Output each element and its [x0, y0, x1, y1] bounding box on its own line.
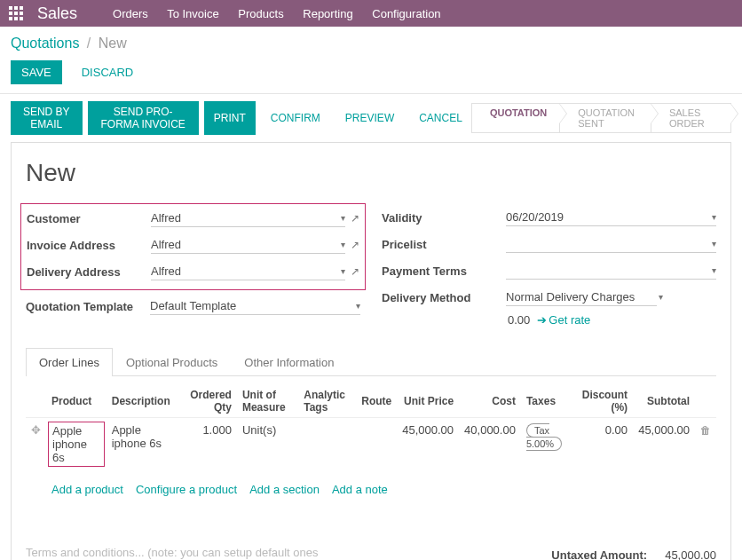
pricelist-label: Pricelist	[382, 238, 506, 251]
apps-icon[interactable]	[9, 6, 23, 20]
external-link-icon[interactable]: ↗	[351, 212, 359, 225]
cell-subtotal: 45,000.00	[633, 418, 695, 471]
terms-placeholder[interactable]: Terms and conditions... (note: you can s…	[26, 546, 328, 560]
customer-label: Customer	[27, 212, 151, 225]
delivery-addr-label: Delivery Address	[27, 265, 151, 279]
payment-terms-input[interactable]	[506, 262, 708, 279]
add-section-link[interactable]: Add a section	[249, 483, 320, 496]
cell-product[interactable]: Apple iphone 6s	[52, 424, 87, 464]
invoice-addr-input[interactable]	[151, 236, 337, 253]
untaxed-value: 45,000.00	[665, 548, 716, 560]
rate-cost: 0.00	[508, 313, 530, 327]
table-row[interactable]: ✥ Apple iphone 6s Apple iphone 6s 1.000 …	[26, 418, 716, 471]
menu-reporting[interactable]: Reporting	[303, 7, 352, 20]
invoice-addr-label: Invoice Address	[27, 239, 151, 252]
status-bar: QUOTATION QUOTATION SENT SALES ORDER	[472, 103, 731, 133]
validity-label: Validity	[382, 211, 506, 225]
send-proforma-button[interactable]: SEND PRO-FORMA INVOICE	[88, 101, 199, 135]
tab-other-information[interactable]: Other Information	[231, 348, 347, 376]
external-link-icon[interactable]: ↗	[351, 239, 359, 251]
col-cost: Cost	[459, 385, 521, 418]
breadcrumb-root[interactable]: Quotations	[11, 35, 79, 51]
col-unit-price: Unit Price	[397, 385, 459, 418]
col-discount: Discount (%)	[572, 385, 633, 418]
tax-badge[interactable]: Tax 5.00%	[526, 423, 562, 451]
send-email-button[interactable]: SEND BY EMAIL	[11, 101, 83, 135]
cell-route[interactable]	[356, 418, 397, 471]
payment-terms-label: Payment Terms	[382, 264, 506, 278]
get-rate-link[interactable]: ➔Get rate	[537, 313, 590, 327]
template-input[interactable]	[150, 297, 352, 314]
col-route: Route	[356, 385, 397, 418]
top-menu: Orders To Invoice Products Reporting Con…	[113, 7, 457, 20]
caret-down-icon[interactable]: ▾	[341, 240, 345, 249]
caret-down-icon[interactable]: ▾	[341, 266, 345, 276]
status-quotation[interactable]: QUOTATION	[471, 103, 560, 133]
cell-cost[interactable]: 40,000.00	[459, 418, 521, 471]
cancel-button[interactable]: CANCEL	[409, 101, 472, 135]
pricelist-input[interactable]	[506, 235, 708, 252]
save-button[interactable]: SAVE	[11, 60, 62, 84]
col-product: Product	[46, 385, 107, 418]
cell-qty[interactable]: 1.000	[180, 418, 237, 471]
totals: Untaxed Amount:45,000.00 Taxes:2,250.00 …	[485, 546, 716, 560]
cell-analytic[interactable]	[298, 418, 356, 471]
caret-down-icon[interactable]: ▾	[712, 265, 716, 275]
caret-down-icon[interactable]: ▾	[659, 292, 663, 302]
col-qty: Ordered Qty	[180, 385, 237, 418]
customer-highlight-box: Customer ▾ ↗ Invoice Address ▾ ↗	[20, 203, 366, 290]
delivery-method-label: Delivery Method	[382, 291, 506, 304]
caret-down-icon[interactable]: ▾	[712, 239, 716, 248]
external-link-icon[interactable]: ↗	[351, 265, 359, 278]
topbar: Sales Orders To Invoice Products Reporti…	[0, 0, 742, 27]
cell-discount[interactable]: 0.00	[572, 418, 633, 471]
add-product-link[interactable]: Add a product	[51, 483, 123, 496]
discard-button[interactable]: DISCARD	[71, 60, 145, 84]
col-uom: Unit of Measure	[237, 385, 298, 418]
confirm-button[interactable]: CONFIRM	[261, 101, 330, 135]
menu-orders[interactable]: Orders	[113, 7, 148, 20]
trash-icon[interactable]: 🗑	[700, 424, 711, 437]
page-title: New	[26, 159, 716, 187]
breadcrumb: Quotations / New	[0, 27, 742, 57]
col-taxes: Taxes	[521, 385, 572, 418]
print-button[interactable]: PRINT	[204, 101, 256, 135]
menu-configuration[interactable]: Configuration	[372, 7, 440, 20]
order-lines-table: Product Description Ordered Qty Unit of …	[26, 385, 716, 501]
cell-uom[interactable]: Unit(s)	[237, 418, 298, 471]
template-label: Quotation Template	[26, 300, 150, 313]
status-quotation-sent[interactable]: QUOTATION SENT	[559, 103, 651, 133]
validity-input[interactable]	[506, 209, 708, 225]
tab-order-lines[interactable]: Order Lines	[26, 348, 113, 376]
col-description: Description	[107, 385, 181, 418]
customer-input[interactable]	[151, 209, 337, 226]
drag-handle-icon[interactable]: ✥	[31, 423, 41, 437]
configure-product-link[interactable]: Configure a product	[136, 483, 237, 496]
preview-button[interactable]: PREVIEW	[335, 101, 404, 135]
app-brand[interactable]: Sales	[37, 4, 77, 23]
col-subtotal: Subtotal	[633, 385, 695, 418]
tab-optional-products[interactable]: Optional Products	[113, 348, 231, 376]
form-sheet: New Customer ▾ ↗ Invoice Address ▾	[11, 142, 731, 560]
menu-to-invoice[interactable]: To Invoice	[167, 7, 219, 20]
menu-products[interactable]: Products	[238, 7, 283, 20]
arrow-right-icon: ➔	[537, 313, 547, 327]
caret-down-icon[interactable]: ▾	[341, 213, 345, 223]
caret-down-icon[interactable]: ▾	[356, 301, 360, 311]
cell-unit-price[interactable]: 45,000.00	[397, 418, 459, 471]
cell-description[interactable]: Apple iphone 6s	[107, 418, 181, 471]
col-analytic: Analytic Tags	[298, 385, 356, 418]
tabs: Order Lines Optional Products Other Info…	[26, 348, 716, 376]
delivery-addr-input[interactable]	[151, 263, 337, 280]
delivery-method-input[interactable]	[506, 288, 655, 305]
product-highlight-box: Apple iphone 6s	[48, 422, 105, 467]
breadcrumb-current: New	[99, 35, 127, 51]
status-sales-order[interactable]: SALES ORDER	[651, 103, 731, 133]
add-note-link[interactable]: Add a note	[332, 483, 388, 496]
caret-down-icon[interactable]: ▾	[712, 212, 716, 222]
untaxed-label: Untaxed Amount:	[485, 548, 647, 560]
